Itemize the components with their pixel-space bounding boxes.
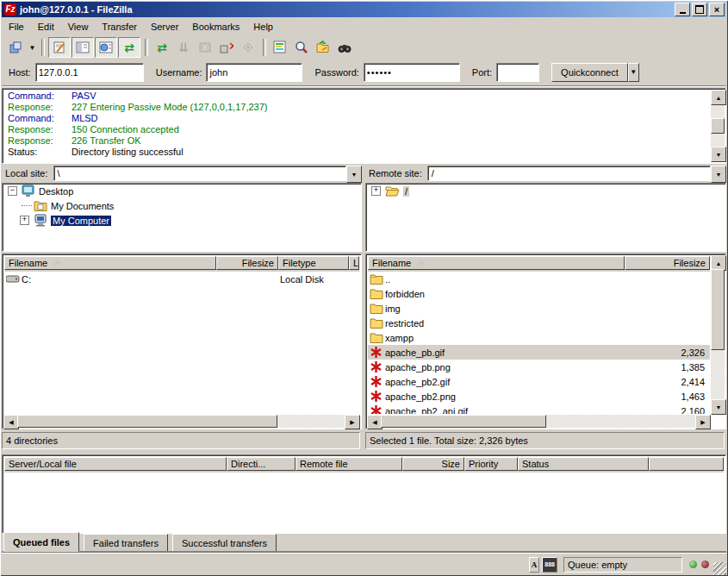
menu-help[interactable]: Help	[246, 19, 280, 34]
remote-file-row[interactable]: apache_pb2.gif2,414	[368, 374, 710, 389]
scroll-right-button[interactable]: ▶	[345, 415, 360, 429]
tab-queued-files[interactable]: Queued files	[3, 532, 79, 552]
remote-file-row[interactable]: apache_pb2.png1,463	[368, 389, 710, 404]
local-file-row[interactable]: C: Local Disk	[4, 272, 359, 286]
remote-file-row[interactable]: img	[368, 301, 710, 316]
remote-site-combobox[interactable]: / ▼	[427, 166, 726, 181]
remote-file-row[interactable]: ..	[368, 272, 710, 286]
refresh-button[interactable]: ⇄	[152, 38, 172, 57]
remote-site-value[interactable]: /	[427, 166, 711, 181]
quickconnect-dropdown[interactable]: ▼	[628, 63, 639, 82]
synchronized-browsing-button[interactable]	[334, 38, 355, 57]
password-label: Password:	[314, 67, 358, 78]
tree-item-desktop[interactable]: − Desktop	[3, 184, 361, 198]
local-site-value[interactable]: \	[53, 166, 346, 181]
toggle-local-tree-button[interactable]	[72, 37, 94, 58]
column-header-lastmodified[interactable]: L	[349, 256, 359, 270]
local-list-hscrollbar[interactable]: ◀ ▶	[3, 415, 360, 428]
remote-list-vscrollbar[interactable]: ▲ ▼	[711, 255, 725, 415]
column-header-priority[interactable]: Priority	[464, 457, 518, 471]
column-header-server-local-file[interactable]: Server/Local file	[4, 457, 227, 471]
tab-failed-transfers[interactable]: Failed transfers	[84, 534, 168, 552]
host-input[interactable]	[35, 63, 144, 82]
menu-bookmarks[interactable]: Bookmarks	[185, 19, 246, 34]
remote-status-bar: Selected 1 file. Total size: 2,326 bytes	[365, 432, 725, 449]
tree-item-my-computer[interactable]: + My Computer	[3, 213, 361, 228]
scroll-right-button[interactable]: ▶	[695, 415, 711, 429]
scroll-down-button[interactable]: ▼	[711, 147, 726, 162]
chevron-down-icon[interactable]: ▼	[711, 166, 726, 183]
search-button[interactable]	[291, 38, 312, 57]
send-indicator-icon	[689, 560, 697, 568]
scrollbar-thumb[interactable]	[17, 415, 277, 428]
menu-file[interactable]: File	[2, 19, 31, 34]
column-header-filesize[interactable]: Filesize	[216, 256, 278, 270]
quickconnect-button[interactable]: Quickconnect	[551, 63, 628, 82]
scroll-down-button[interactable]: ▼	[711, 399, 726, 415]
remote-file-row[interactable]: apache_pb.png1,385	[368, 360, 710, 374]
directory-comparison-icon	[316, 41, 330, 54]
filezilla-window: Fz john@127.0.0.1 - FileZilla × File Edi…	[0, 0, 728, 576]
my-computer-icon	[34, 214, 47, 227]
data-type-indicator-icon[interactable]: A	[529, 557, 540, 573]
minimize-button[interactable]	[675, 3, 690, 16]
resize-grip[interactable]	[713, 562, 726, 575]
chevron-down-icon[interactable]: ▼	[346, 166, 362, 183]
menu-edit[interactable]: Edit	[31, 19, 61, 34]
scrollbar-thumb[interactable]	[711, 118, 725, 134]
column-header-filetype[interactable]: Filetype	[278, 256, 349, 270]
filter-button[interactable]	[270, 38, 290, 57]
port-input[interactable]	[496, 63, 539, 82]
remote-file-row-selected[interactable]: apache_pb.gif2,326	[368, 345, 710, 360]
scrollbar-thumb[interactable]	[381, 415, 546, 428]
scroll-up-button[interactable]: ▲	[711, 90, 726, 105]
close-button[interactable]: ×	[709, 3, 725, 16]
site-manager-button[interactable]	[5, 38, 26, 57]
disconnect-button[interactable]: ✕	[216, 38, 237, 57]
toggle-transfer-queue-button[interactable]: ⇄	[118, 37, 140, 58]
log-scrollbar[interactable]: ▲ ▼	[711, 90, 725, 162]
maximize-button[interactable]	[692, 3, 707, 16]
site-manager-dropdown[interactable]: ▼	[27, 38, 38, 57]
speed-limit-icon[interactable]: 888	[542, 557, 557, 573]
toggle-message-log-button[interactable]	[48, 37, 71, 58]
menu-transfer[interactable]: Transfer	[95, 19, 144, 34]
collapse-expander[interactable]: −	[8, 186, 17, 196]
remote-file-row[interactable]: xampp	[368, 330, 710, 345]
tab-successful-transfers[interactable]: Successful transfers	[172, 534, 277, 552]
toolbar: ▼ ⇄ ⇄ ⇊ x ✕	[2, 36, 726, 59]
scrollbar-thumb[interactable]	[711, 269, 725, 350]
remote-file-row[interactable]: restricted	[368, 316, 710, 330]
column-header-filename[interactable]: Filename	[4, 256, 216, 270]
title-bar[interactable]: Fz john@127.0.0.1 - FileZilla ×	[2, 2, 726, 17]
menu-server[interactable]: Server	[144, 19, 185, 34]
username-input[interactable]	[206, 63, 302, 82]
remote-file-row[interactable]: apache_pb2_ani.gif2,160	[368, 404, 710, 414]
toggle-remote-tree-icon	[99, 41, 113, 54]
directory-comparison-button[interactable]	[313, 38, 333, 57]
tree-item-my-documents[interactable]: My Documents	[3, 198, 361, 213]
image-file-icon	[368, 360, 385, 373]
remote-file-row[interactable]: forbidden	[368, 286, 710, 301]
remote-list-hscrollbar[interactable]: ◀ ▶	[367, 415, 711, 428]
expand-expander[interactable]: +	[20, 216, 29, 225]
toggle-remote-tree-button[interactable]	[95, 37, 117, 58]
column-header-remote-file[interactable]: Remote file	[296, 457, 402, 471]
password-input[interactable]	[364, 63, 460, 82]
log-line: Response:226 Transfer OK	[4, 135, 710, 147]
cancel-button: x	[195, 38, 215, 57]
column-header-direction[interactable]: Directi...	[227, 457, 296, 471]
expand-expander[interactable]: +	[371, 186, 381, 196]
toggle-message-log-icon	[53, 41, 66, 54]
folder-open-icon	[385, 185, 400, 197]
process-queue-icon: ⇊	[178, 41, 189, 54]
selected-tree-label[interactable]: My Computer	[51, 216, 111, 226]
column-header-size[interactable]: Size	[402, 457, 464, 471]
svg-text:x: x	[203, 43, 208, 52]
tree-item-root[interactable]: + /	[366, 184, 725, 198]
column-header-status[interactable]: Status	[518, 457, 649, 471]
column-header-filename[interactable]: Filename	[368, 256, 625, 270]
menu-view[interactable]: View	[61, 19, 96, 34]
column-header-filesize[interactable]: Filesize	[625, 256, 710, 270]
local-site-combobox[interactable]: \ ▼	[53, 166, 362, 181]
